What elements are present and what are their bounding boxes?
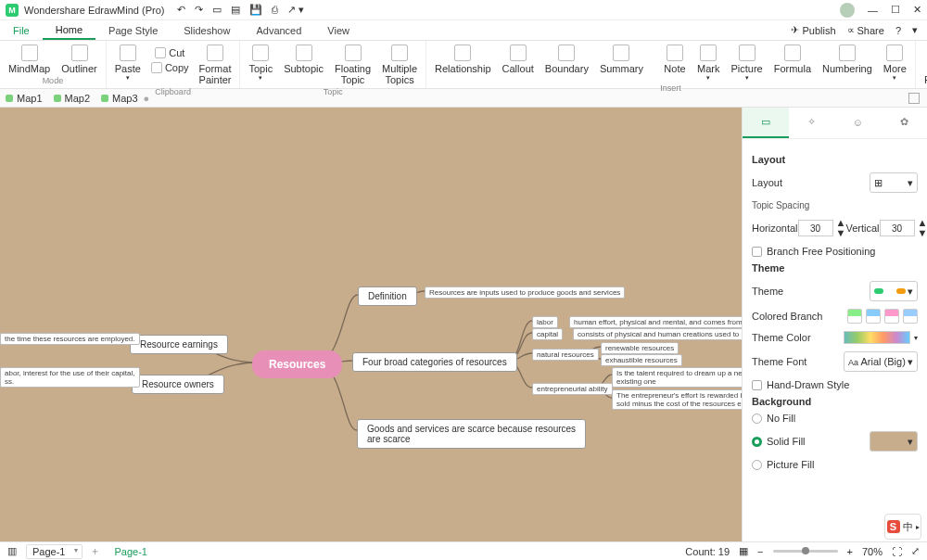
radio-solid-fill[interactable]: Solid Fill <box>752 436 806 447</box>
node-natural[interactable]: natural resources <box>532 349 599 361</box>
summary-button[interactable]: Summary <box>595 43 648 76</box>
node-categories[interactable]: Four broad categories of resources <box>352 352 517 372</box>
undo-icon[interactable]: ↶ <box>177 4 185 16</box>
paste-button[interactable]: Paste▾ <box>110 43 146 83</box>
print-icon[interactable]: ⎙ <box>272 4 278 16</box>
outline-toggle-icon[interactable]: ▥ <box>7 545 17 557</box>
maximize-icon[interactable]: ☐ <box>891 4 900 16</box>
multiple-topics-button[interactable]: Multiple Topics <box>377 43 422 87</box>
note-exhaustible[interactable]: exhaustible resources <box>601 354 682 366</box>
help-icon[interactable]: ? <box>895 25 901 36</box>
node-definition[interactable]: Definition <box>358 286 417 306</box>
publish-button[interactable]: ✈ Publish <box>791 24 835 36</box>
ime-indicator[interactable]: S 中 ▸ <box>884 514 921 540</box>
section-spacing: Topic Spacing <box>752 200 918 210</box>
topic-button[interactable]: Topic▾ <box>244 43 277 83</box>
numbering-button[interactable]: Numbering <box>818 43 877 76</box>
note-definition[interactable]: Resources are inputs used to produce goo… <box>425 286 625 299</box>
radio-no-fill[interactable]: No Fill <box>752 413 918 424</box>
document-tabs: Map1 Map2 Map3● <box>0 89 927 108</box>
label-theme-color: Theme Color <box>752 332 811 343</box>
note-labor[interactable]: human effort, physical and mental, and c… <box>569 316 742 328</box>
note-owners[interactable]: abor, interest for the use of their capi… <box>0 367 140 388</box>
tab-overflow-icon[interactable] <box>908 93 920 104</box>
boundary-button[interactable]: Boundary <box>540 43 593 76</box>
node-resource-earnings[interactable]: Resource earnings <box>130 335 228 354</box>
panel-tab-clipart-icon[interactable]: ✿ <box>881 108 927 138</box>
count-label: Count: 19 <box>685 546 730 557</box>
menu-slideshow[interactable]: Slideshow <box>171 20 243 40</box>
radio-picture-fill[interactable]: Picture Fill <box>752 459 918 470</box>
picture-button[interactable]: Picture▾ <box>726 43 767 83</box>
subtopic-button[interactable]: Subtopic <box>279 43 328 76</box>
note-entre-2[interactable]: The entrepreneur's effort is rewarded by… <box>612 389 742 410</box>
minimize-icon[interactable]: — <box>868 5 878 16</box>
note-button[interactable]: Note <box>659 43 691 76</box>
format-painter-button[interactable]: Format Painter <box>195 43 236 87</box>
formula-button[interactable]: Formula <box>769 43 816 76</box>
note-earnings[interactable]: the time these resources are employed. <box>0 333 140 345</box>
zoom-in-icon[interactable]: + <box>847 546 853 557</box>
panel-tab-layout-icon[interactable]: ▭ <box>743 108 789 138</box>
mindmap-button[interactable]: MindMap <box>4 43 55 76</box>
horizontal-input[interactable] <box>798 220 833 236</box>
note-capital[interactable]: consists of physical and human creations… <box>573 328 742 340</box>
menu-home[interactable]: Home <box>43 20 95 40</box>
vertical-input[interactable] <box>880 220 915 236</box>
more-button[interactable]: More▾ <box>879 43 911 83</box>
hand-drawn-checkbox[interactable]: Hand-Drawn Style <box>752 379 918 390</box>
node-labor[interactable]: labor <box>532 316 558 328</box>
floating-topic-button[interactable]: Floating Topic <box>330 43 375 87</box>
fullscreen-icon[interactable]: ⤢ <box>911 545 920 557</box>
zoom-out-icon[interactable]: − <box>757 546 763 557</box>
new-icon[interactable]: ▭ <box>212 4 222 16</box>
node-center[interactable]: Resources <box>252 350 342 378</box>
colored-branch-swatches[interactable] <box>847 309 918 324</box>
menu-advanced[interactable]: Advanced <box>243 20 314 40</box>
outliner-button[interactable]: Outliner <box>57 43 102 76</box>
node-capital[interactable]: capital <box>532 328 563 340</box>
theme-dropdown[interactable]: ▾ <box>870 281 918 301</box>
mark-button[interactable]: Mark▾ <box>692 43 724 83</box>
theme-font-dropdown[interactable]: Aa Arial (Big)▾ <box>844 351 918 372</box>
menu-file[interactable]: File <box>0 20 43 40</box>
theme-color-picker[interactable] <box>844 331 910 344</box>
page-tab[interactable]: Page-1 <box>107 546 154 557</box>
fit-page-icon[interactable]: ⛶ <box>892 546 902 557</box>
format-panel: ▭ ✧ ☺ ✿ Layout Layout ⊞▾ Topic Spacing H… <box>742 108 927 541</box>
cut-button[interactable]: Cut <box>147 45 193 60</box>
page-selector[interactable]: Page-1 <box>26 544 83 559</box>
close-icon[interactable]: ✕ <box>913 4 921 16</box>
share-button[interactable]: ∝ Share <box>847 24 884 36</box>
node-scarce[interactable]: Goods and services are scarce because re… <box>357 419 586 449</box>
doc-tab-map1[interactable]: Map1 <box>6 93 43 104</box>
redo-icon[interactable]: ↷ <box>195 4 203 16</box>
panel-tab-style-icon[interactable]: ✧ <box>789 108 835 138</box>
note-renewable[interactable]: renewable resources <box>601 342 679 354</box>
add-page-button[interactable]: ＋ <box>88 545 101 558</box>
node-entrepreneur[interactable]: entrepreneurial ability <box>532 383 613 395</box>
bg-color-dropdown[interactable]: ▾ <box>870 431 918 452</box>
zoom-slider[interactable] <box>773 550 838 553</box>
user-avatar-icon[interactable] <box>840 3 855 18</box>
menu-view[interactable]: View <box>314 20 362 40</box>
node-resource-owners[interactable]: Resource owners <box>132 375 224 394</box>
doc-tab-map2[interactable]: Map2 <box>54 93 91 104</box>
branch-free-checkbox[interactable]: Branch Free Positioning <box>752 246 918 257</box>
export-icon[interactable]: ↗ ▾ <box>287 4 304 16</box>
panel-tab-emoji-icon[interactable]: ☺ <box>835 108 882 138</box>
doc-tab-map3[interactable]: Map3● <box>101 93 149 104</box>
copy-button[interactable]: Copy <box>147 60 193 75</box>
ime-lang: 中 <box>903 520 913 534</box>
open-icon[interactable]: ▤ <box>231 4 240 16</box>
menu-chevron-icon[interactable]: ▾ <box>912 24 918 36</box>
save-icon[interactable]: 💾 <box>249 4 262 16</box>
menu-page-style[interactable]: Page Style <box>95 20 171 40</box>
view-mode-icon[interactable]: ▦ <box>739 545 748 557</box>
note-entre-1[interactable]: Is the talent required to dream up a new… <box>612 367 742 388</box>
canvas[interactable]: Resources Resource earnings the time the… <box>0 108 742 541</box>
callout-button[interactable]: Callout <box>498 43 539 76</box>
layout-dropdown[interactable]: ⊞▾ <box>870 172 918 193</box>
find-replace-button[interactable]: Find & Replace <box>920 43 927 87</box>
relationship-button[interactable]: Relationship <box>430 43 496 76</box>
